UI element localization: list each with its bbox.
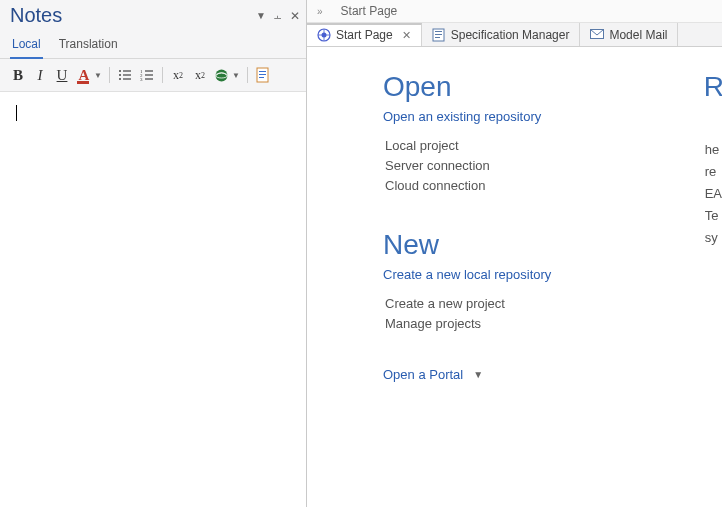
open-cloud-connection[interactable]: Cloud connection	[383, 178, 722, 193]
new-create-project[interactable]: Create a new project	[383, 296, 722, 311]
notes-toolbar: B I U A ▼ 123 x2 x2 ▼	[0, 59, 306, 92]
breadcrumb-expand-icon[interactable]: »	[317, 6, 323, 17]
tab-spec-manager[interactable]: Specification Manager	[422, 23, 581, 46]
main-area: » Start Page Start Page ✕ Specification …	[307, 0, 722, 507]
truncated-items: he re EA Te sy	[705, 139, 722, 249]
open-local-project[interactable]: Local project	[383, 138, 722, 153]
breadcrumb: » Start Page	[307, 0, 722, 23]
svg-rect-7	[145, 70, 153, 71]
new-manage-projects[interactable]: Manage projects	[383, 316, 722, 331]
truncated-item[interactable]: he	[705, 139, 722, 161]
toolbar-separator	[109, 67, 110, 83]
tab-start-page[interactable]: Start Page ✕	[307, 23, 422, 46]
tab-label: Specification Manager	[451, 28, 570, 42]
start-page-content: Open Open an existing repository Local p…	[307, 47, 722, 507]
truncated-heading: R	[704, 71, 722, 103]
bold-button[interactable]: B	[8, 65, 28, 85]
toolbar-separator	[162, 67, 163, 83]
mail-icon	[590, 28, 604, 42]
truncated-item[interactable]: sy	[705, 227, 722, 249]
underline-button[interactable]: U	[52, 65, 72, 85]
svg-rect-23	[435, 37, 440, 38]
new-heading: New	[383, 229, 722, 261]
svg-rect-5	[123, 78, 131, 79]
svg-rect-11	[145, 78, 153, 79]
open-section: Open Open an existing repository Local p…	[383, 71, 722, 193]
truncated-item[interactable]: EA	[705, 183, 722, 205]
open-portal-link[interactable]: Open a Portal ▼	[383, 367, 722, 382]
superscript-button[interactable]: x2	[168, 65, 188, 85]
tab-label: Model Mail	[609, 28, 667, 42]
document-tabs: Start Page ✕ Specification Manager Model…	[307, 23, 722, 47]
svg-point-12	[216, 69, 228, 81]
panel-controls: ▼ ⫠ ✕	[256, 9, 300, 23]
new-subtitle[interactable]: Create a new local repository	[383, 267, 722, 282]
dropdown-icon[interactable]: ▼	[256, 10, 266, 21]
bullets-button[interactable]	[115, 65, 135, 85]
open-server-connection[interactable]: Server connection	[383, 158, 722, 173]
new-section: New Create a new local repository Create…	[383, 229, 722, 331]
text-caret	[16, 105, 17, 121]
breadcrumb-item[interactable]: Start Page	[341, 4, 398, 18]
open-heading: Open	[383, 71, 722, 103]
svg-rect-16	[259, 74, 266, 75]
svg-point-4	[119, 78, 121, 80]
notes-header: Notes ▼ ⫠ ✕	[0, 0, 306, 31]
svg-rect-17	[259, 77, 264, 78]
svg-rect-9	[145, 74, 153, 75]
notes-panel: Notes ▼ ⫠ ✕ Local Translation B I U A ▼ …	[0, 0, 307, 507]
tab-local[interactable]: Local	[10, 33, 43, 59]
svg-rect-15	[259, 71, 266, 72]
svg-text:3: 3	[140, 77, 143, 82]
document-button[interactable]	[253, 65, 273, 85]
spec-manager-icon	[432, 28, 446, 42]
hyperlink-dropdown-icon[interactable]: ▼	[232, 71, 240, 80]
pin-icon[interactable]: ⫠	[272, 9, 284, 23]
font-color-dropdown-icon[interactable]: ▼	[94, 71, 102, 80]
tab-label: Start Page	[336, 28, 393, 42]
svg-rect-22	[435, 34, 442, 35]
portal-label: Open a Portal	[383, 367, 463, 382]
font-color-button[interactable]: A	[74, 65, 94, 85]
svg-rect-1	[123, 70, 131, 71]
open-subtitle[interactable]: Open an existing repository	[383, 109, 722, 124]
truncated-item[interactable]: re	[705, 161, 722, 183]
chevron-down-icon: ▼	[473, 369, 483, 380]
svg-rect-3	[123, 74, 131, 75]
start-page-icon	[317, 28, 331, 42]
tab-model-mail[interactable]: Model Mail	[580, 23, 678, 46]
close-icon[interactable]: ✕	[290, 9, 300, 23]
italic-button[interactable]: I	[30, 65, 50, 85]
close-icon[interactable]: ✕	[402, 29, 411, 42]
svg-rect-21	[435, 31, 442, 32]
notes-subtabs: Local Translation	[0, 31, 306, 59]
numbering-button[interactable]: 123	[137, 65, 157, 85]
toolbar-separator	[247, 67, 248, 83]
svg-point-0	[119, 70, 121, 72]
hyperlink-button[interactable]	[212, 65, 232, 85]
notes-editor[interactable]	[0, 92, 306, 507]
tab-translation[interactable]: Translation	[57, 33, 120, 58]
notes-title: Notes	[10, 4, 62, 27]
svg-point-2	[119, 74, 121, 76]
truncated-item[interactable]: Te	[705, 205, 722, 227]
subscript-button[interactable]: x2	[190, 65, 210, 85]
